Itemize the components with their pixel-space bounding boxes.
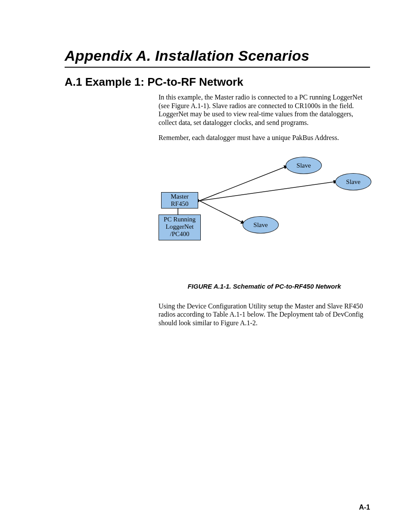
appendix-title: Appendix A. Installation Scenarios <box>65 47 370 64</box>
svg-line-1 <box>199 181 337 201</box>
node-slave-1-label: Slave <box>286 162 321 169</box>
node-slave-2: Slave <box>335 173 371 190</box>
svg-line-0 <box>199 166 288 201</box>
node-slave-3: Slave <box>243 216 279 233</box>
node-slave-2-label: Slave <box>336 178 371 185</box>
section-title: A.1 Example 1: PC-to-RF Network <box>65 75 370 89</box>
svg-line-2 <box>199 201 245 224</box>
figure-diagram: Master RF450 PC Running LoggerNet /PC400… <box>159 149 383 265</box>
body-column: In this example, the Master radio is con… <box>159 93 370 142</box>
figure-caption: FIGURE A.1-1. Schematic of PC-to-RF450 N… <box>159 283 370 290</box>
node-pc-label-line1: PC Running <box>159 216 200 223</box>
body-column-2: Using the Device Configuration Utility s… <box>159 302 370 327</box>
page: Appendix A. Installation Scenarios A.1 E… <box>0 0 411 532</box>
node-pc-label-line3: /PC400 <box>159 230 200 238</box>
paragraph-3: Using the Device Configuration Utility s… <box>159 302 370 327</box>
node-master-label-line2: RF450 <box>162 200 198 208</box>
paragraph-1: In this example, the Master radio is con… <box>159 93 370 127</box>
node-slave-3-label: Slave <box>243 221 278 228</box>
node-master: Master RF450 <box>161 192 198 208</box>
node-pc-label-line2: LoggerNet <box>159 223 200 230</box>
page-number: A-1 <box>359 504 370 511</box>
paragraph-2: Remember, each datalogger must have a un… <box>159 134 370 142</box>
node-pc: PC Running LoggerNet /PC400 <box>159 215 201 240</box>
node-slave-1: Slave <box>286 157 322 174</box>
node-master-label-line1: Master <box>162 193 198 200</box>
title-rule <box>65 67 370 68</box>
